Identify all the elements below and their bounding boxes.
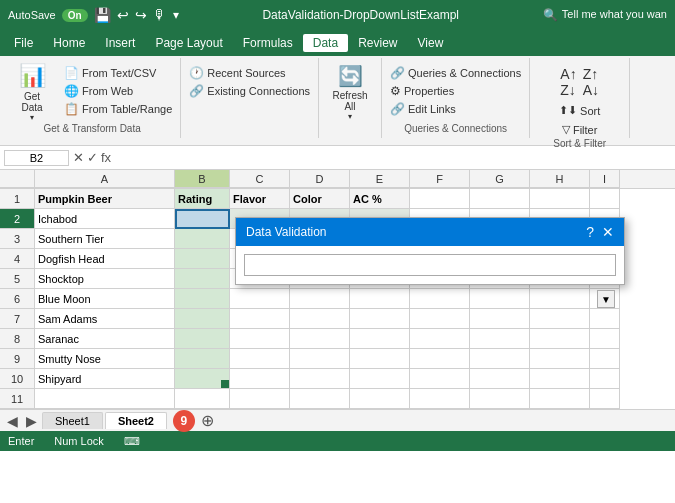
cell-c9[interactable]: [230, 349, 290, 369]
menu-view[interactable]: View: [408, 34, 454, 52]
cell-g7[interactable]: [470, 309, 530, 329]
cell-a11[interactable]: [35, 389, 175, 409]
cell-a10[interactable]: Shipyard: [35, 369, 175, 389]
cell-i10[interactable]: [590, 369, 620, 389]
cell-e7[interactable]: [350, 309, 410, 329]
col-header-d[interactable]: D: [290, 170, 350, 188]
cell-f11[interactable]: [410, 389, 470, 409]
queries-connections-button[interactable]: 🔗 Queries & Connections: [386, 64, 525, 82]
cell-c7[interactable]: [230, 309, 290, 329]
cell-a2[interactable]: Ichabod: [35, 209, 175, 229]
cell-f1[interactable]: [410, 189, 470, 209]
insert-function-icon[interactable]: fx: [101, 150, 111, 165]
cell-f8[interactable]: [410, 329, 470, 349]
cell-b1[interactable]: Rating: [175, 189, 230, 209]
sort-za-button[interactable]: Z↑A↓: [581, 64, 601, 100]
menu-review[interactable]: Review: [348, 34, 407, 52]
cell-g1[interactable]: [470, 189, 530, 209]
cell-h8[interactable]: [530, 329, 590, 349]
sheet-tab-2[interactable]: Sheet2: [105, 412, 167, 429]
menu-home[interactable]: Home: [43, 34, 95, 52]
col-header-i[interactable]: I: [590, 170, 620, 188]
cell-b4[interactable]: [175, 249, 230, 269]
col-header-e[interactable]: E: [350, 170, 410, 188]
cell-a3[interactable]: Southern Tier: [35, 229, 175, 249]
row-num-1[interactable]: 1: [0, 189, 35, 209]
row-num-9[interactable]: 9: [0, 349, 35, 369]
sort-az-button[interactable]: A↑Z↓: [558, 64, 578, 100]
cell-b9[interactable]: [175, 349, 230, 369]
cell-i1[interactable]: [590, 189, 620, 209]
cell-b8[interactable]: [175, 329, 230, 349]
cell-h9[interactable]: [530, 349, 590, 369]
from-text-csv-button[interactable]: 📄 From Text/CSV: [60, 64, 176, 82]
cell-a1[interactable]: Pumpkin Beer: [35, 189, 175, 209]
col-header-a[interactable]: A: [35, 170, 175, 188]
cell-e11[interactable]: [350, 389, 410, 409]
col-header-g[interactable]: G: [470, 170, 530, 188]
row-num-7[interactable]: 7: [0, 309, 35, 329]
cell-f6[interactable]: [410, 289, 470, 309]
cell-d10[interactable]: [290, 369, 350, 389]
col-header-h[interactable]: H: [530, 170, 590, 188]
cell-e1[interactable]: AC %: [350, 189, 410, 209]
cell-h7[interactable]: [530, 309, 590, 329]
cell-a6[interactable]: Blue Moon: [35, 289, 175, 309]
cell-d8[interactable]: [290, 329, 350, 349]
cell-d6[interactable]: [290, 289, 350, 309]
cell-d9[interactable]: [290, 349, 350, 369]
confirm-formula-icon[interactable]: ✓: [87, 150, 98, 165]
cell-i8[interactable]: [590, 329, 620, 349]
cell-c10[interactable]: [230, 369, 290, 389]
cell-g6[interactable]: [470, 289, 530, 309]
cell-h11[interactable]: [530, 389, 590, 409]
cell-a4[interactable]: Dogfish Head: [35, 249, 175, 269]
cell-g10[interactable]: [470, 369, 530, 389]
existing-connections-button[interactable]: 🔗 Existing Connections: [185, 82, 314, 100]
cell-e6[interactable]: [350, 289, 410, 309]
cell-e8[interactable]: [350, 329, 410, 349]
cell-h1[interactable]: [530, 189, 590, 209]
cell-e9[interactable]: [350, 349, 410, 369]
formula-input[interactable]: [115, 151, 671, 165]
cancel-formula-icon[interactable]: ✕: [73, 150, 84, 165]
undo-icon[interactable]: ↩: [117, 7, 129, 23]
row-num-10[interactable]: 10: [0, 369, 35, 389]
cell-d11[interactable]: [290, 389, 350, 409]
row-num-4[interactable]: 4: [0, 249, 35, 269]
recent-sources-button[interactable]: 🕐 Recent Sources: [185, 64, 314, 82]
cell-h10[interactable]: [530, 369, 590, 389]
cell-d1[interactable]: Color: [290, 189, 350, 209]
cell-c1[interactable]: Flavor: [230, 189, 290, 209]
menu-page-layout[interactable]: Page Layout: [145, 34, 232, 52]
save-icon[interactable]: 💾: [94, 7, 111, 23]
cell-b7[interactable]: [175, 309, 230, 329]
row-num-8[interactable]: 8: [0, 329, 35, 349]
help-text[interactable]: Tell me what you wan: [562, 8, 667, 22]
cell-c6[interactable]: [230, 289, 290, 309]
from-web-button[interactable]: 🌐 From Web: [60, 82, 176, 100]
col-header-f[interactable]: F: [410, 170, 470, 188]
menu-data[interactable]: Data: [303, 34, 348, 52]
dialog-input[interactable]: [244, 254, 616, 276]
sheet-tab-1[interactable]: Sheet1: [42, 412, 103, 429]
from-table-button[interactable]: 📋 From Table/Range: [60, 100, 176, 118]
name-box[interactable]: [4, 150, 69, 166]
cell-a5[interactable]: Shocktop: [35, 269, 175, 289]
sheet-nav-next[interactable]: ▶: [23, 413, 40, 429]
cell-g8[interactable]: [470, 329, 530, 349]
row-num-3[interactable]: 3: [0, 229, 35, 249]
cell-f9[interactable]: [410, 349, 470, 369]
edit-links-button[interactable]: 🔗 Edit Links: [386, 100, 525, 118]
cell-b10[interactable]: [175, 369, 230, 389]
cell-a7[interactable]: Sam Adams: [35, 309, 175, 329]
autosave-toggle[interactable]: On: [62, 9, 88, 22]
col-header-c[interactable]: C: [230, 170, 290, 188]
menu-formulas[interactable]: Formulas: [233, 34, 303, 52]
cell-b6[interactable]: [175, 289, 230, 309]
cell-a9[interactable]: Smutty Nose: [35, 349, 175, 369]
cell-h6[interactable]: [530, 289, 590, 309]
cell-e10[interactable]: [350, 369, 410, 389]
dialog-close-button[interactable]: ✕: [602, 224, 614, 240]
add-sheet-button[interactable]: ⊕: [197, 411, 218, 430]
